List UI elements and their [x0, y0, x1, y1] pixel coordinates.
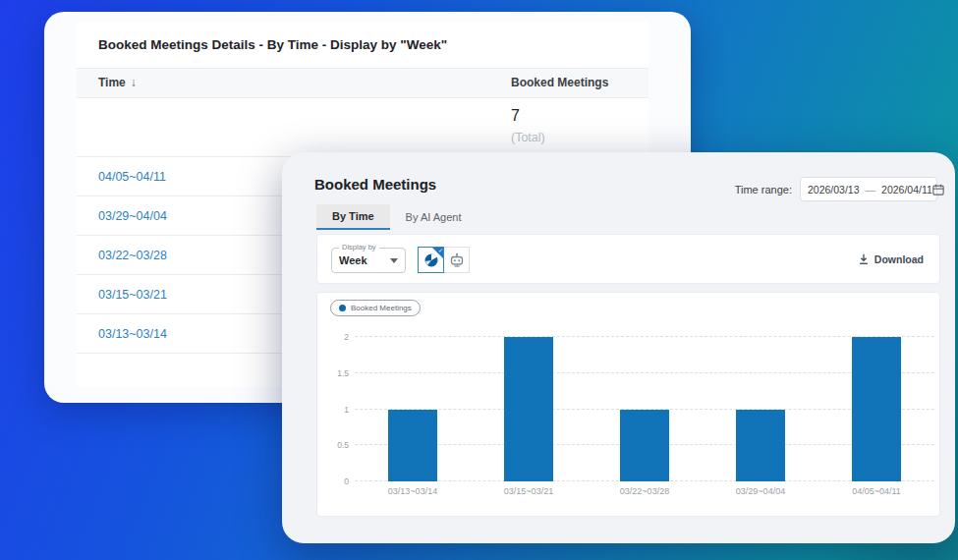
table-header-row: Time ↓ Booked Meetings	[77, 69, 648, 98]
view-toggle-group: ✓	[418, 247, 470, 273]
bar-03/22~03/28[interactable]	[620, 410, 669, 482]
download-icon	[858, 253, 870, 265]
total-label: (Total)	[511, 131, 545, 144]
total-value: 7	[511, 107, 520, 125]
time-range-group: Time range: 2026/03/13 — 2026/04/11	[735, 177, 937, 201]
time-column-header[interactable]: Time ↓	[98, 76, 137, 89]
total-row: 7 (Total)	[77, 98, 648, 157]
calendar-icon[interactable]	[932, 184, 944, 196]
time-link[interactable]: 03/29~04/04	[98, 209, 167, 223]
bar-03/29~04/04[interactable]	[736, 410, 785, 482]
x-axis-label: 04/05~04/11	[818, 486, 934, 496]
tab-by-time[interactable]: By Time	[316, 204, 390, 230]
time-range-dates: 2026/03/13 — 2026/04/11	[808, 184, 932, 196]
display-by-label: Display by	[339, 243, 379, 252]
bar-slot	[703, 337, 818, 481]
download-button[interactable]: Download	[858, 235, 924, 283]
bar-slot	[471, 337, 587, 481]
time-link[interactable]: 03/15~03/21	[98, 288, 167, 302]
time-link[interactable]: 03/22~03/28	[98, 249, 167, 262]
bar-slot	[587, 337, 703, 481]
tab-by-ai-agent[interactable]: By AI Agent	[390, 204, 478, 230]
meetings-column-header: Booked Meetings	[511, 76, 608, 89]
y-axis-tick: 1	[344, 405, 349, 415]
bar-slot	[355, 337, 471, 481]
y-axis-tick: 0	[344, 476, 349, 486]
legend-label: Booked Meetings	[351, 304, 412, 312]
x-axis-labels: 03/13~03/1403/15~03/2103/22~03/2803/29~0…	[355, 486, 934, 496]
x-axis-label: 03/15~03/21	[471, 486, 587, 496]
sort-desc-icon[interactable]: ↓	[131, 76, 137, 89]
details-title: Booked Meetings Details - By Time - Disp…	[77, 22, 648, 69]
time-column-label: Time	[98, 76, 126, 89]
toolbar-card: Display by Week ✓	[316, 234, 940, 284]
y-axis-tick: 1.5	[337, 368, 349, 378]
time-range-input[interactable]: 2026/03/13 — 2026/04/11	[800, 177, 937, 201]
time-range-label: Time range:	[735, 184, 792, 196]
legend-dot-icon	[339, 305, 346, 311]
bar-03/13~03/14[interactable]	[388, 410, 437, 482]
display-by-select[interactable]: Display by Week	[331, 248, 406, 273]
chart-card: Booked Meetings 00.511.52 03/13~03/1403/…	[316, 292, 940, 517]
tab-bar: By Time By AI Agent	[316, 204, 477, 230]
bar-slot	[818, 337, 934, 481]
x-axis-label: 03/22~03/28	[587, 486, 703, 496]
y-axis-tick: 2	[344, 332, 349, 342]
legend-booked-meetings[interactable]: Booked Meetings	[330, 300, 421, 316]
time-link[interactable]: 04/05~04/11	[98, 170, 166, 184]
x-axis-label: 03/29~04/04	[703, 486, 818, 496]
x-axis-label: 03/13~03/14	[355, 486, 471, 496]
page-title: Booked Meetings	[314, 176, 436, 193]
bar-03/15~03/21[interactable]	[504, 337, 553, 481]
main-window: Booked Meetings Time range: 2026/03/13 —…	[282, 152, 955, 543]
download-label: Download	[874, 253, 924, 265]
ai-agent-view-button[interactable]	[443, 247, 470, 273]
check-icon: ✓	[438, 247, 443, 253]
chevron-down-icon	[390, 258, 398, 263]
bars-container	[355, 337, 934, 481]
end-date: 2026/04/11	[881, 184, 932, 196]
bar-04/05~04/11[interactable]	[852, 337, 901, 481]
display-by-value: Week	[339, 254, 367, 266]
start-date: 2026/03/13	[808, 184, 860, 196]
y-axis-tick: 0.5	[337, 440, 349, 450]
pie-time-view-button[interactable]: ✓	[418, 247, 444, 273]
ai-agent-view-icon	[449, 252, 465, 268]
time-link[interactable]: 03/13~03/14	[98, 327, 167, 341]
date-separator: —	[866, 184, 876, 196]
bar-chart-plot: 00.511.52	[355, 337, 934, 481]
